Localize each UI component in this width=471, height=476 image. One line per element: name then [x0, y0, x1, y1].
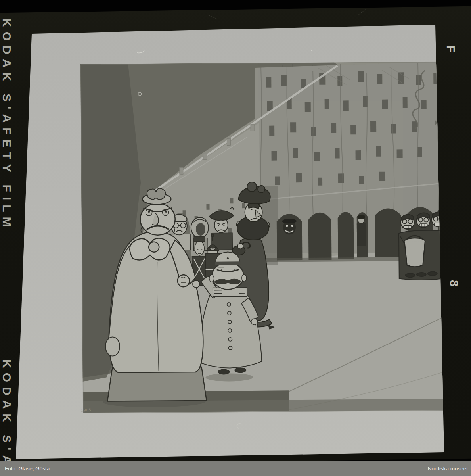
- grinning-onlookers: [399, 212, 446, 280]
- archive-photo-of-film-negative: KODAK S'AFETY FILM KODAK S'A F 8: [0, 0, 471, 476]
- photographer-credit: Foto: Glase, Gösta: [5, 466, 50, 472]
- photo-paper-print: 1905: [16, 25, 444, 459]
- institution-label: Nordiska museet: [428, 466, 468, 472]
- caption-bar: Foto: Glase, Gösta Nordiska museet: [0, 461, 471, 476]
- film-edge-brand-text-partial: KODAK S'A: [0, 359, 13, 468]
- dust-mark: [236, 422, 248, 432]
- film-edge-brand-text: KODAK S'AFETY FILM: [0, 18, 13, 232]
- dust-mark: [136, 47, 146, 54]
- arch-figure: [357, 215, 366, 246]
- film-frame-mark-letter: F: [444, 45, 458, 52]
- dust-mark: [311, 50, 312, 51]
- caricature-drawing: [80, 62, 447, 413]
- film-frame-mark-number: 8: [447, 280, 461, 287]
- date-inscription: 1905: [81, 408, 92, 413]
